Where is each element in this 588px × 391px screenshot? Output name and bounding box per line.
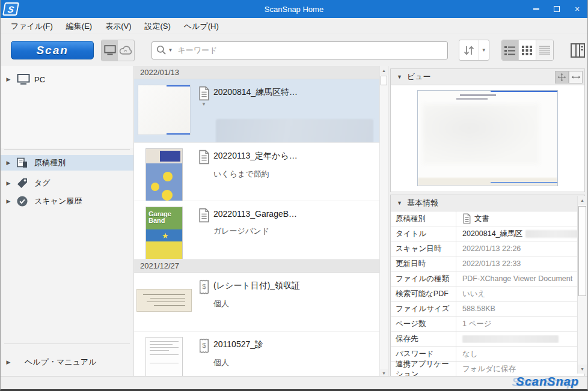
list-scrollbar[interactable]: ▲ ▼ xyxy=(379,66,388,378)
list-item[interactable]: 20220113_定年から… いくらまで節約 xyxy=(134,143,379,201)
info-row-save-location: 保存先 xyxy=(391,332,584,347)
menu-file[interactable]: ファイル(F) xyxy=(4,18,60,34)
document-icon xyxy=(462,213,471,224)
view-list-button[interactable] xyxy=(502,40,519,60)
sort-toggle[interactable] xyxy=(459,40,479,60)
item-subtitle: 個人 xyxy=(213,357,379,368)
title-bar: S ScanSnap Home × xyxy=(1,0,587,18)
scroll-down-button[interactable]: ▼ xyxy=(578,365,587,374)
document-thumbnail xyxy=(145,337,183,378)
list-item[interactable]: Garage Band ★ 20220113_GarageB… ガレージバンド xyxy=(134,201,379,259)
sort-dropdown[interactable]: ▼ xyxy=(479,40,489,60)
sidebar-divider xyxy=(4,344,130,344)
view-panel-header[interactable]: ▼ ビュー xyxy=(391,69,584,85)
info-panel: ▼ 基本情報 原稿種別 文書 タイトル 20200814_練馬 xyxy=(390,195,585,376)
item-title: 20220113_GarageB… xyxy=(213,209,379,219)
list-item[interactable]: $ (レシート日付)_領収証 個人 xyxy=(134,273,379,332)
scroll-up-button[interactable]: ▲ xyxy=(578,196,587,205)
fit-width-button[interactable] xyxy=(569,71,583,83)
expand-arrow-icon[interactable]: ▶ xyxy=(1,180,16,186)
scansnap-logo-icon: S xyxy=(2,2,19,16)
svg-text:$: $ xyxy=(202,342,206,349)
document-icon xyxy=(198,150,210,165)
main-area: ▶ PC ▶ 原稿種別 ▶ タグ ▶ スキャン履歴 xyxy=(1,66,587,378)
scroll-up-button[interactable]: ▲ xyxy=(380,66,388,75)
receipt-icon: $ xyxy=(198,338,210,353)
sidebar: ▶ PC ▶ 原稿種別 ▶ タグ ▶ スキャン履歴 xyxy=(1,66,134,378)
details-view-icon xyxy=(539,45,551,56)
scansnap-watermark: ScanSnap xyxy=(516,375,579,389)
document-icon xyxy=(198,86,210,101)
list-item[interactable]: $ 20110527_診 個人 xyxy=(134,332,379,378)
document-icon xyxy=(198,208,210,223)
sidebar-item-tag[interactable]: ▶ タグ xyxy=(1,175,133,191)
move-icon xyxy=(557,73,566,82)
file-list: 2022/01/13 ▼ 20200814_練馬区特… xyxy=(134,66,388,378)
info-value: なし xyxy=(456,349,584,359)
cloud-target-button[interactable] xyxy=(118,40,134,61)
item-title: 20110527_診 xyxy=(213,339,379,350)
cloud-icon xyxy=(118,45,133,56)
expand-arrow-icon[interactable]: ▶ xyxy=(1,160,16,166)
pc-target-button[interactable] xyxy=(102,40,118,61)
close-icon: × xyxy=(575,4,580,14)
info-value: 2022/01/13 22:26 xyxy=(456,244,584,253)
grid-view-icon xyxy=(521,45,533,56)
view-panel-title: ビュー xyxy=(407,71,431,82)
info-value: フォルダに保存 xyxy=(456,364,584,374)
expand-arrow-icon[interactable]: ▶ xyxy=(1,76,16,82)
app-window: S ScanSnap Home × ファイル(F) 編集(E) 表示(V) 設定… xyxy=(0,0,588,391)
info-row-modified-date: 更新日時 2022/01/13 22:33 xyxy=(391,256,584,271)
receipt-icon: $ xyxy=(198,279,210,294)
info-row-file-type: ファイルの種類 PDF-XChange Viewer Document xyxy=(391,271,584,286)
expand-arrow-icon[interactable]: ▶ xyxy=(1,359,16,365)
minimize-button[interactable] xyxy=(526,0,547,18)
chevron-down-icon[interactable]: ▼ xyxy=(201,102,206,107)
panel-layout-button[interactable] xyxy=(568,40,587,61)
toolbar: Scan ▼ ▼ xyxy=(1,34,587,66)
panel-layout-icon xyxy=(570,43,586,58)
list-item[interactable]: ▼ 20200814_練馬区特… xyxy=(134,79,379,143)
menu-settings[interactable]: 設定(S) xyxy=(138,18,177,34)
maximize-button[interactable] xyxy=(547,0,567,18)
pan-mode-button[interactable] xyxy=(555,71,569,83)
item-subtitle: ガレージバンド xyxy=(213,226,379,237)
info-value: 588.58KB xyxy=(456,305,584,313)
sidebar-history-label: スキャン履歴 xyxy=(34,196,82,207)
receipt-thumbnail xyxy=(136,289,192,312)
redacted-text-area xyxy=(216,119,373,143)
scrollbar-thumb[interactable] xyxy=(578,206,586,296)
sidebar-item-doc-type[interactable]: ▶ 原稿種別 xyxy=(1,155,133,171)
search-input[interactable] xyxy=(177,46,443,55)
info-panel-title: 基本情報 xyxy=(407,198,438,208)
preview-area[interactable] xyxy=(391,86,584,192)
monitor-icon xyxy=(103,44,117,56)
sidebar-divider xyxy=(4,149,130,150)
book-cover-thumbnail: Garage Band ★ xyxy=(145,207,183,259)
date-group-header: 2021/12/27 xyxy=(134,259,379,273)
info-value: 20200814_練馬区 xyxy=(462,229,522,239)
scan-button[interactable]: Scan xyxy=(11,41,94,59)
sidebar-item-scan-history[interactable]: ▶ スキャン履歴 xyxy=(1,193,133,209)
sidebar-item-pc[interactable]: ▶ PC xyxy=(1,71,133,87)
sort-arrows-icon xyxy=(462,44,476,57)
sidebar-tag-label: タグ xyxy=(34,178,51,189)
close-button[interactable]: × xyxy=(567,0,587,18)
expand-arrow-icon[interactable]: ▶ xyxy=(1,198,16,204)
menu-help[interactable]: ヘルプ(H) xyxy=(177,18,225,34)
sort-button: ▼ xyxy=(459,40,489,61)
sidebar-item-help-manual[interactable]: ▶ ヘルプ・マニュアル xyxy=(1,354,133,370)
scrollbar-thumb[interactable] xyxy=(381,76,387,85)
window-title: ScanSnap Home xyxy=(1,5,587,14)
view-details-button[interactable] xyxy=(536,40,554,60)
view-panel: ▼ ビュー xyxy=(390,68,585,192)
info-row-doc-type: 原稿種別 文書 xyxy=(391,211,584,226)
search-filter-dropdown[interactable]: ▼ xyxy=(168,47,173,53)
view-grid-button[interactable] xyxy=(519,40,536,60)
info-scrollbar[interactable]: ▲ ▼ xyxy=(577,196,587,374)
minimize-icon xyxy=(533,8,539,10)
menu-edit[interactable]: 編集(E) xyxy=(60,18,99,34)
menu-view[interactable]: 表示(V) xyxy=(99,18,138,34)
info-panel-header[interactable]: ▼ 基本情報 xyxy=(391,195,584,211)
svg-text:$: $ xyxy=(202,283,206,290)
